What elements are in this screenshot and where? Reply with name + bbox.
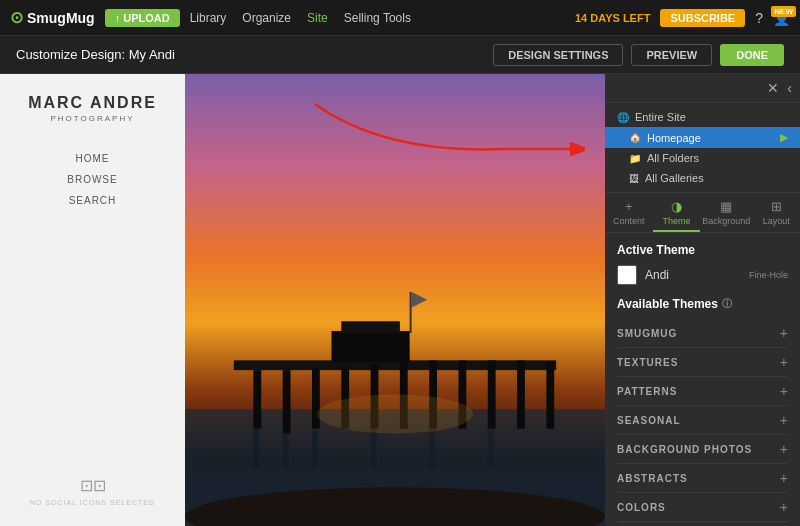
category-seasonal[interactable]: SEASONAL +	[617, 406, 788, 435]
content-tab-icon: +	[625, 199, 633, 214]
svg-rect-17	[253, 428, 259, 467]
bg-tab-icon: ▦	[720, 199, 732, 214]
nav-selling[interactable]: Selling Tools	[344, 11, 411, 25]
category-patterns[interactable]: PATTERNS +	[617, 377, 788, 406]
info-icon[interactable]: ⓘ	[722, 297, 732, 311]
close-icon[interactable]: ✕	[767, 80, 779, 96]
new-badge: NEW	[771, 6, 796, 17]
cat-bgphotos-label: BACKGROUND PHOTOS	[617, 444, 752, 455]
nav-browse[interactable]: BROWSE	[67, 174, 117, 185]
preview-button[interactable]: PREVIEW	[631, 44, 712, 66]
design-settings-button[interactable]: DESIGN SETTINGS	[493, 44, 623, 66]
cat-smugmug-plus: +	[780, 325, 788, 341]
available-label: Available Themes	[617, 297, 718, 311]
category-abstracts[interactable]: ABSTRACTS +	[617, 464, 788, 493]
svg-rect-11	[517, 360, 525, 428]
tree-folders-label: All Folders	[647, 152, 699, 164]
svg-rect-22	[488, 428, 494, 467]
svg-rect-3	[283, 370, 291, 433]
tree-nav: 🌐 Entire Site 🏠 Homepage ▶ 📁 All Folders…	[605, 103, 800, 193]
theme-swatch	[617, 265, 637, 285]
svg-marker-16	[412, 292, 428, 308]
nav-home[interactable]: HOME	[75, 153, 109, 164]
homepage-active-icon: ▶	[780, 131, 788, 144]
nav-site[interactable]: Site	[307, 11, 328, 25]
svg-rect-15	[410, 292, 412, 333]
collapse-icon[interactable]: ‹	[787, 80, 792, 96]
panel-tabs: + Content ◑ Theme ▦ Background ⊞ Layout	[605, 193, 800, 233]
tab-background[interactable]: ▦ Background	[700, 193, 752, 232]
available-themes-title: Available Themes ⓘ	[617, 297, 788, 311]
pier-silhouette	[185, 210, 605, 526]
cat-seasonal-plus: +	[780, 412, 788, 428]
gallery-icon: 🖼	[629, 173, 639, 184]
photo-bg	[185, 74, 605, 526]
social-icons: ⊡⊡	[30, 476, 155, 495]
tree-homepage[interactable]: 🏠 Homepage ▶	[605, 127, 800, 148]
done-button[interactable]: DONE	[720, 44, 784, 66]
tab-theme-label: Theme	[662, 216, 690, 226]
category-textures[interactable]: TEXTURES +	[617, 348, 788, 377]
logo-text: SmugMug	[27, 10, 95, 26]
panel-content: Active Theme Andi Fine-Hole Available Th…	[605, 233, 800, 526]
nav-search[interactable]: SEARCH	[69, 195, 117, 206]
theme-tab-icon: ◑	[671, 199, 682, 214]
tab-theme[interactable]: ◑ Theme	[653, 193, 701, 232]
nav-right: 14 DAYS LEFT SUBSCRIBE ? 👤 NEW	[575, 9, 790, 27]
tree-all-galleries[interactable]: 🖼 All Galleries	[605, 168, 800, 188]
svg-rect-4	[312, 368, 320, 429]
tree-homepage-label: Homepage	[647, 132, 701, 144]
active-theme-title: Active Theme	[617, 243, 788, 257]
folder-icon: 📁	[629, 153, 641, 164]
nav-library[interactable]: Library	[190, 11, 227, 25]
cat-abstracts-plus: +	[780, 470, 788, 486]
svg-rect-20	[371, 428, 377, 467]
cat-colors-plus: +	[780, 499, 788, 515]
annotation-arrow	[305, 94, 585, 174]
tab-bg-label: Background	[702, 216, 750, 226]
help-icon[interactable]: ?	[755, 10, 763, 26]
home-icon: 🏠	[629, 132, 641, 143]
cat-abstracts-label: ABSTRACTS	[617, 473, 688, 484]
cat-smugmug-label: SMUGMUG	[617, 328, 677, 339]
layout-tab-icon: ⊞	[771, 199, 782, 214]
svg-rect-18	[283, 433, 289, 467]
cat-patterns-label: PATTERNS	[617, 386, 677, 397]
design-title: Customize Design: My Andi	[16, 47, 493, 62]
design-bar: Customize Design: My Andi DESIGN SETTING…	[0, 36, 800, 74]
theme-name: Andi	[645, 268, 741, 282]
upload-label: ↑ UPLOAD	[115, 12, 170, 24]
right-panel: ✕ ‹ 🌐 Entire Site 🏠 Homepage ▶ 📁 All Fol…	[605, 74, 800, 526]
category-colors[interactable]: COLORS +	[617, 493, 788, 522]
svg-rect-19	[312, 430, 318, 467]
site-preview: MARC ANDRE PHOTOGRAPHY HOME BROWSE SEARC…	[0, 74, 185, 526]
svg-rect-10	[488, 360, 496, 428]
tab-layout[interactable]: ⊞ Layout	[752, 193, 800, 232]
top-nav: ⊙ SmugMug ↑ UPLOAD Library Organize Site…	[0, 0, 800, 36]
active-theme-row: Andi Fine-Hole	[617, 265, 788, 285]
tree-all-folders[interactable]: 📁 All Folders	[605, 148, 800, 168]
user-icon[interactable]: 👤 NEW	[773, 10, 790, 26]
svg-rect-12	[546, 362, 554, 428]
nav-organize[interactable]: Organize	[242, 11, 291, 25]
upload-button[interactable]: ↑ UPLOAD	[105, 9, 180, 27]
tab-content[interactable]: + Content	[605, 193, 653, 232]
tab-content-label: Content	[613, 216, 645, 226]
svg-rect-14	[341, 321, 400, 333]
main-area: MARC ANDRE PHOTOGRAPHY HOME BROWSE SEARC…	[0, 74, 800, 526]
nav-links: Library Organize Site Selling Tools	[190, 11, 565, 25]
subscribe-button[interactable]: SUBSCRIBE	[660, 9, 745, 27]
site-subtitle: PHOTOGRAPHY	[50, 114, 134, 123]
cat-seasonal-label: SEASONAL	[617, 415, 681, 426]
tree-galleries-label: All Galleries	[645, 172, 704, 184]
svg-rect-2	[253, 370, 261, 429]
category-background-photos[interactable]: BACKGROUND PHOTOS +	[617, 435, 788, 464]
tree-entire-site[interactable]: 🌐 Entire Site	[605, 107, 800, 127]
days-left: 14 DAYS LEFT	[575, 12, 650, 24]
svg-rect-21	[429, 428, 435, 467]
category-smugmug[interactable]: SMUGMUG +	[617, 319, 788, 348]
theme-action[interactable]: Fine-Hole	[749, 270, 788, 280]
site-social: ⊡⊡ NO SOCIAL ICONS SELECTED	[30, 476, 155, 506]
logo-icon: ⊙	[10, 8, 23, 27]
design-actions: DESIGN SETTINGS PREVIEW DONE	[493, 44, 784, 66]
